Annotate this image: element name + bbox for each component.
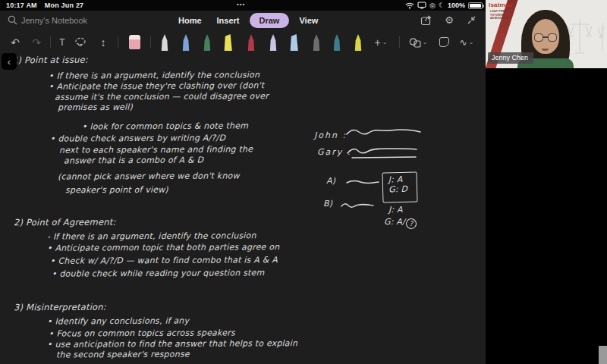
brand-tagline: LSAT PREP TUTORING ADMISSIONS	[490, 10, 509, 20]
pen-tip	[159, 34, 171, 51]
highlighter-yellow[interactable]	[219, 31, 237, 51]
note-line: • Identify any conclusions, if any	[47, 316, 189, 327]
scales-of-justice-graphic	[566, 17, 605, 61]
chevron-down-icon: ⌄	[382, 39, 388, 46]
tab-draw[interactable]: Draw	[250, 13, 290, 28]
b-answer-line: J: A	[388, 205, 403, 215]
tab-home[interactable]: Home	[173, 13, 207, 28]
pen-tip	[289, 34, 300, 51]
note-canvas[interactable]: ‹ 1) Point at issue: • If there is an ar…	[0, 53, 486, 364]
sticky-note-button[interactable]	[436, 31, 452, 53]
pen-tip	[332, 34, 343, 51]
share-icon[interactable]	[420, 15, 432, 26]
tab-view[interactable]: View	[294, 13, 323, 28]
note-line: (cannot pick answer where we don't know	[58, 171, 240, 181]
display-icon	[417, 2, 426, 9]
note-line: • If there is an argument, identify the …	[49, 70, 259, 80]
highlighter-blue[interactable]	[285, 31, 304, 51]
b-answer-text: G: A/	[384, 217, 405, 227]
pen-tip	[353, 34, 364, 51]
status-date: Mon Jun 27	[45, 2, 84, 9]
chevron-down-icon: ⌄	[423, 39, 428, 46]
pen-tip	[311, 34, 322, 51]
divider	[399, 36, 400, 48]
divider	[50, 36, 51, 48]
note-icon	[439, 37, 449, 47]
answer-combo-box: J: A G: D	[382, 171, 417, 202]
note-line: • double check while reading your questi…	[52, 268, 265, 278]
option-a-label: A)	[326, 176, 335, 186]
lasso-tool-icon[interactable]	[74, 31, 87, 53]
pen-yellow[interactable]	[349, 31, 367, 51]
shapes-tool-button[interactable]: ⌄	[407, 31, 429, 53]
collapse-icon[interactable]	[467, 15, 476, 25]
pen-green[interactable]	[198, 31, 216, 51]
box-line: J: A	[388, 174, 417, 184]
battery-percent: 100%	[448, 2, 465, 9]
pen-tip	[268, 34, 279, 51]
brand-tagline-line: LSAT PREP	[490, 10, 509, 14]
screen-record-icon: ◎	[429, 1, 436, 10]
ink-to-shape-button[interactable]: ∿⌄	[456, 31, 477, 53]
speaker-john-label: John :	[314, 130, 347, 140]
pen-teal[interactable]	[328, 31, 346, 51]
tab-insert[interactable]: Insert	[212, 13, 245, 28]
status-icons: ◎ ☾ 100%	[405, 1, 483, 10]
squiggle-icon: ∿	[460, 37, 467, 48]
circled-question-mark: ?	[406, 218, 417, 229]
note-line: - If there is an argument, identify the …	[47, 231, 256, 241]
notes-app-window: 10:17 AMMon Jun 27 ••• ◎ ☾ 100% Jenny's …	[0, 0, 486, 364]
screen: 10:17 AMMon Jun 27 ••• ◎ ☾ 100% Jenny's …	[0, 0, 607, 364]
pen-white[interactable]	[156, 31, 174, 51]
note-line: speaker's point of view)	[65, 185, 168, 196]
status-time: 10:17 AM	[6, 2, 37, 9]
undo-button[interactable]: ↶	[8, 31, 23, 53]
pen-blue[interactable]	[177, 31, 195, 51]
pen-lavender[interactable]	[264, 31, 282, 51]
note-line: • look for common topics & note them	[82, 121, 248, 131]
move-tool-button[interactable]: ↕	[96, 31, 111, 53]
corner-scrollbar[interactable]	[599, 346, 607, 364]
multitask-dots[interactable]: •••	[237, 1, 245, 8]
eraser-icon	[129, 35, 140, 49]
pen-tip	[202, 34, 213, 51]
notebook-title[interactable]: Jenny's Notebook	[21, 16, 87, 25]
plus-icon: +	[375, 36, 381, 49]
note-line: the second speaker's response	[56, 350, 190, 360]
add-pen-button[interactable]: +⌄	[371, 31, 391, 53]
settings-gear-icon[interactable]: ⚙	[445, 14, 454, 26]
shapes-icon	[409, 37, 421, 48]
divider	[118, 36, 118, 48]
john-statement-squiggle	[345, 126, 423, 138]
note-line: • Anticipate common topic that both part…	[47, 242, 279, 253]
option-a-squiggle	[345, 177, 380, 187]
redo-button[interactable]: ↷	[29, 31, 44, 53]
text-tool-button[interactable]: T	[55, 31, 70, 53]
option-b-label: B)	[323, 199, 332, 209]
pen-gray[interactable]	[307, 31, 326, 51]
sidebar-collapse-button[interactable]: ‹	[2, 53, 17, 70]
brand-tagline-line: ADMISSIONS	[490, 17, 509, 20]
note-line: • Focus on common topics across speakers	[49, 328, 235, 338]
status-bar: 10:17 AMMon Jun 27 ••• ◎ ☾ 100%	[0, 0, 486, 11]
note-line: • Anticipate the issue they're clashing …	[49, 80, 264, 91]
pen-red[interactable]	[242, 31, 260, 51]
nav-bar: Jenny's Notebook Home Insert Draw View ⚙	[0, 11, 486, 31]
section-title: 1) Point at issue:	[12, 55, 88, 66]
participant-video-tile[interactable]: lsatmax LSAT PREP TUTORING ADMISSIONS Je…	[486, 0, 607, 68]
section-title: 2) Point of Agreement:	[14, 217, 116, 228]
note-line: • use anticipation to find the answer th…	[47, 338, 297, 350]
search-icon[interactable]	[8, 15, 17, 25]
note-line: answer that is a combo of A & D	[64, 155, 203, 166]
clock: 10:17 AMMon Jun 27	[6, 2, 83, 9]
chevron-down-icon: ⌄	[469, 39, 474, 46]
note-line: • Check w/ A/?/D — want to find combo th…	[50, 255, 278, 266]
participant-name-label: Jenny Chen	[488, 52, 533, 64]
tab-bar: Home Insert Draw View	[173, 13, 323, 28]
option-b-squiggle	[340, 200, 375, 211]
nav-action-icons: ⚙	[420, 14, 476, 26]
wifi-icon	[405, 2, 414, 9]
eraser-tool[interactable]	[125, 31, 143, 53]
note-line: assume it's the conclusion — could disag…	[55, 91, 269, 102]
note-line: premises as well)	[58, 102, 133, 113]
